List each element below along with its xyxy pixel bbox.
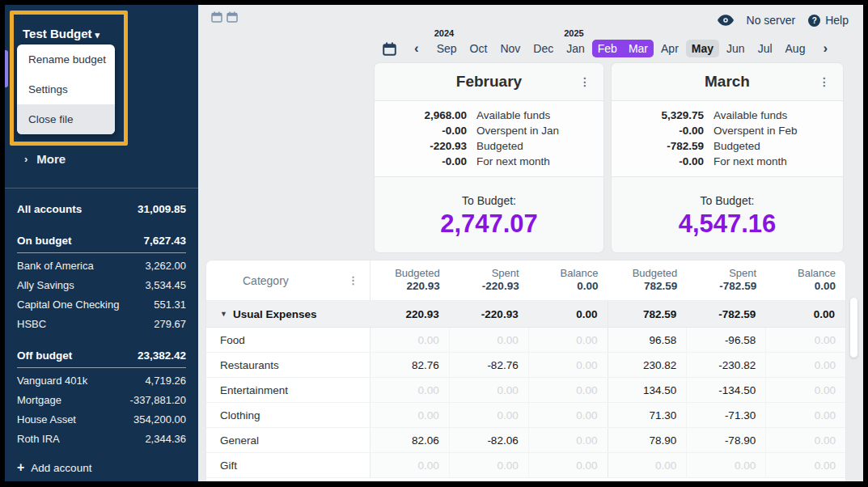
summary-value: -0.00 [375,155,467,167]
budget-value-cell[interactable]: -134.50 [687,378,766,402]
server-status-label[interactable]: No server [747,14,796,27]
column-header-total: 782.59 [608,280,678,294]
next-months-button[interactable]: › [818,40,832,57]
budget-value-cell[interactable]: 0.00 [450,328,529,352]
budget-value-cell[interactable]: 0.00 [766,403,845,427]
month-mar[interactable]: Mar [623,40,654,57]
account-row[interactable]: Roth IRA2,344.36 [17,429,186,448]
budget-value-cell[interactable]: -96.58 [687,328,766,352]
month-jul[interactable]: Jul [752,40,778,57]
account-row[interactable]: House Asset354,200.00 [17,409,186,429]
budget-name-button[interactable]: Test Budget▾ [23,27,100,40]
account-row[interactable]: Bank of America3,262.00 [17,256,186,275]
column-header-budgeted[interactable]: Budgeted782.59 [608,267,688,294]
category-group-row[interactable]: ▼ Usual Expenses 220.93-220.930.00782.59… [206,301,845,328]
budget-value-cell[interactable]: 96.58 [608,328,688,352]
menu-item-settings[interactable]: Settings [17,74,115,104]
summary-row: -0.00Overspent in Jan [375,123,603,138]
category-name-cell[interactable]: Gift [206,453,370,477]
budget-value-cell[interactable]: -82.06 [450,428,529,452]
account-row[interactable]: Capital One Checking551.31 [17,294,186,314]
budget-value-cell[interactable]: 0.00 [450,403,529,427]
summary-label: Budgeted [476,140,523,152]
column-header-balance[interactable]: Balance0.00 [529,267,608,294]
add-account-button[interactable]: + Add account [17,458,91,477]
account-balance: 551.31 [154,299,186,311]
category-name-cell[interactable]: Restaurants [206,353,370,377]
column-header-spent[interactable]: Spent-220.93 [450,267,529,294]
previous-months-button[interactable]: ‹ [409,40,424,57]
calendar-picker-icon[interactable] [383,42,396,56]
category-menu-dots-icon[interactable]: ⋮ [348,274,358,286]
category-name-cell[interactable]: Clothing [206,403,370,427]
sidebar-item-off-budget[interactable]: Off budget 23,382.42 [17,345,186,368]
category-name-cell[interactable]: Food [206,328,370,352]
calendar-icon[interactable] [211,11,222,26]
month-oct[interactable]: Oct [464,40,493,57]
sidebar-item-all-accounts[interactable]: All accounts 31,009.85 [17,199,186,218]
collapse-triangle-icon[interactable]: ▼ [220,310,227,318]
month-may[interactable]: May [686,40,719,57]
budget-value-cell[interactable]: 78.90 [608,428,688,452]
budget-value-cell[interactable]: 0.00 [766,378,845,402]
budget-value-cell[interactable]: -82.76 [450,353,529,377]
budget-value-cell[interactable]: 0.00 [529,328,608,352]
month-jan[interactable]: Jan2025 [561,40,591,57]
to-budget-amount[interactable]: 2,747.07 [375,210,603,239]
month-menu-dots-icon[interactable]: ⋮ [579,75,591,88]
budget-value-cell[interactable]: 82.76 [370,353,450,377]
budget-value-cell[interactable]: 0.00 [529,403,608,427]
sidebar-item-more[interactable]: › More [24,152,66,166]
budget-value-cell[interactable]: 0.00 [370,378,450,402]
budget-value-cell[interactable]: 0.00 [608,453,688,477]
budget-value-cell[interactable]: 0.00 [370,403,450,427]
category-name-cell[interactable]: Entertainment [206,378,370,402]
budget-value-cell[interactable]: 0.00 [370,328,450,352]
menu-item-close-file[interactable]: Close file [17,104,115,134]
budget-value-cell[interactable]: 0.00 [687,453,766,477]
account-row[interactable]: Ally Savings3,534.45 [17,275,186,294]
budget-value-cell[interactable]: 0.00 [766,453,845,477]
budget-value-cell[interactable]: 0.00 [529,378,608,402]
budget-value-cell[interactable]: -78.90 [687,428,766,452]
sidebar-item-on-budget[interactable]: On budget 7,627.43 [17,231,186,253]
month-jun[interactable]: Jun [721,40,751,57]
month-feb[interactable]: Feb [592,40,623,57]
budget-value-cell[interactable]: 230.82 [608,353,688,377]
budget-value-cell[interactable]: 0.00 [450,378,529,402]
budget-value-cell[interactable]: 0.00 [766,428,845,452]
help-button[interactable]: ? Help [808,14,849,27]
to-budget-amount[interactable]: 4,547.16 [612,210,843,239]
menu-item-rename-budget[interactable]: Rename budget [17,44,115,74]
budget-value-cell[interactable]: -71.30 [687,403,766,427]
budget-value-cell[interactable]: 0.00 [529,428,608,452]
to-budget-section: To Budget: 2,747.07 [375,177,603,239]
month-dec[interactable]: Dec [527,40,559,57]
column-header-budgeted[interactable]: Budgeted220.93 [370,267,450,294]
budget-value-cell[interactable]: 0.00 [766,353,845,377]
column-header-spent[interactable]: Spent-782.59 [687,267,766,294]
budget-value-cell[interactable]: 71.30 [608,403,688,427]
month-apr[interactable]: Apr [655,40,684,57]
budget-value-cell[interactable]: 0.00 [766,328,845,352]
privacy-eye-icon[interactable] [718,15,734,26]
calendar-icon[interactable] [227,11,238,26]
month-sep[interactable]: Sep2024 [431,40,463,57]
month-aug[interactable]: Aug [780,40,811,57]
budget-value-cell[interactable]: -230.82 [687,353,766,377]
month-nov[interactable]: Nov [494,40,526,57]
budget-value-cell[interactable]: 0.00 [529,453,608,477]
account-balance: 354,200.00 [133,413,186,426]
budget-value-cell[interactable]: 134.50 [608,378,688,402]
month-menu-dots-icon[interactable]: ⋮ [819,75,830,88]
account-row[interactable]: HSBC279.67 [17,314,186,333]
column-header-balance[interactable]: Balance0.00 [766,267,845,294]
account-row[interactable]: Mortgage-337,881.20 [17,390,186,409]
vertical-scrollbar[interactable] [850,298,857,358]
budget-value-cell[interactable]: 0.00 [529,353,608,377]
budget-value-cell[interactable]: 0.00 [450,453,529,477]
account-row[interactable]: Vanguard 401k4,719.26 [17,371,186,390]
category-name-cell[interactable]: General [206,428,370,452]
budget-value-cell[interactable]: 0.00 [370,453,450,477]
budget-value-cell[interactable]: 82.06 [370,428,450,452]
